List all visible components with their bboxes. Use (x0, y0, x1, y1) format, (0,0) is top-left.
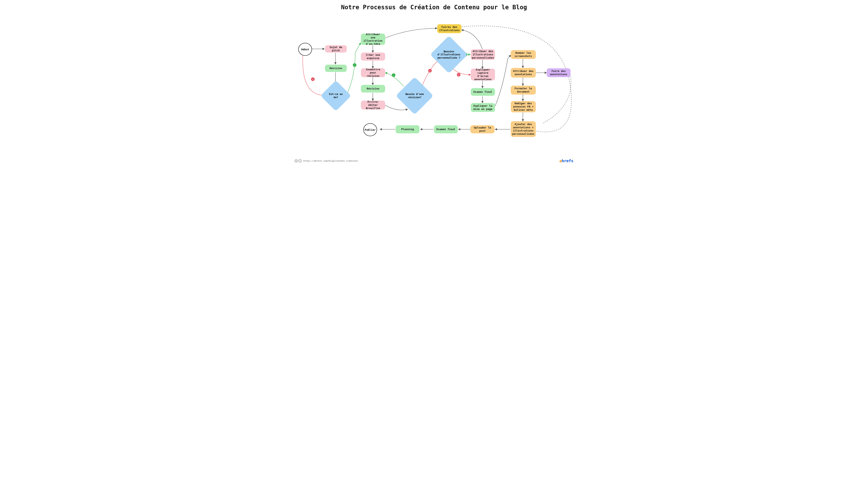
node-explain-layout: Expliquer la mise en page (471, 103, 495, 112)
node-final-exam2: Examen final (434, 125, 458, 133)
brand-logo: ahrefs (560, 158, 573, 163)
node-submit-review: Soumettre pour révision (361, 68, 385, 77)
node-assign-custom: Attribuer des illustrations personnalisé… (471, 49, 495, 60)
connectors: ✕ ✓ ✓ ✕ ✓ ✕ (288, 0, 580, 166)
node-make-illustrations: Faires des illustrations (437, 24, 461, 33)
node-add-annotations: Ajouter des annotations + illustrations … (511, 121, 536, 137)
node-go-decision: Est-ce un Go? (325, 85, 347, 107)
node-assign-annotations: Attribuer des annotations (511, 68, 536, 78)
svg-point-4 (392, 73, 395, 77)
node-assign-header: Attribuer une illustration d'en-tête (361, 34, 385, 45)
node-review1: Révision (325, 65, 347, 72)
node-pitch: Sujet de pitch (325, 45, 347, 53)
source-url: https://ahrefs.com/blog/content-creation… (303, 159, 358, 162)
node-need-custom: Besoins d'illustrations personnalisés ? (436, 41, 462, 68)
node-review2: Révision (361, 85, 385, 92)
svg-point-2 (353, 63, 356, 67)
svg-text:✕: ✕ (429, 70, 430, 72)
diagram-title: Notre Processus de Création de Contenu p… (288, 4, 580, 11)
node-publish: Publier (363, 123, 377, 136)
node-make-annotations: Faire des annotations (547, 68, 570, 77)
node-planning: Planning (396, 125, 420, 133)
svg-point-10 (457, 73, 460, 76)
node-explain-screenshot: Expliquer capture d'écran annotations (471, 69, 495, 81)
svg-text:✕: ✕ (312, 78, 314, 81)
node-format-doc: Formater le document (511, 86, 536, 95)
node-upload: Uploader le post (471, 125, 495, 133)
node-start: Début (298, 43, 312, 56)
svg-text:✕: ✕ (458, 74, 459, 76)
cc-icon: cci (295, 159, 302, 163)
node-sketch: Créer une esquisse (361, 53, 385, 61)
svg-point-6 (428, 69, 432, 72)
svg-text:✓: ✓ (393, 74, 394, 76)
node-name-screenshots: Nommer les screenshots (511, 50, 536, 59)
node-need-revision: Besoin d'une révision? (401, 82, 428, 109)
svg-text:✓: ✓ (354, 64, 355, 66)
node-write-draft: Écrire/éditer Brouillon (361, 101, 385, 109)
svg-point-0 (311, 78, 315, 81)
footer: cci https://ahrefs.com/blog/content-crea… (295, 159, 358, 163)
node-write-fb: Rédiger des annonces FB + balises méta (511, 101, 536, 112)
node-final-exam1: Examen final (471, 88, 495, 96)
